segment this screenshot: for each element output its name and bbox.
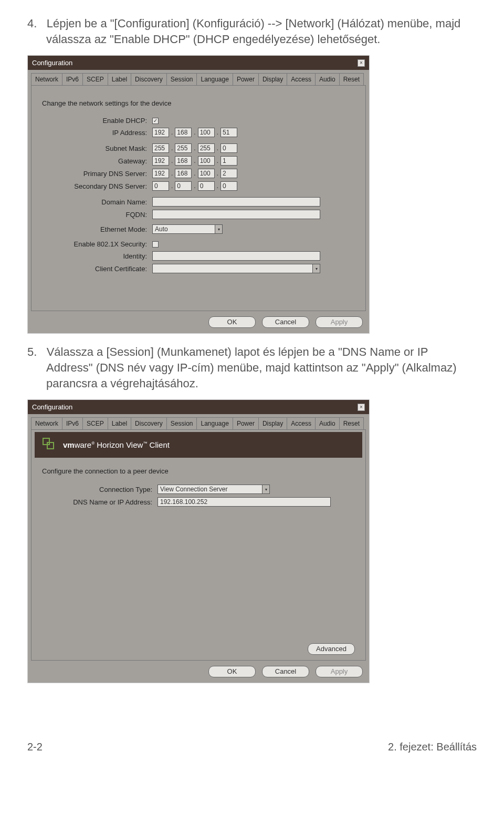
select-connection-type-value: View Connection Server — [158, 485, 262, 494]
primary-dns-octet-1[interactable]: 192 — [152, 169, 169, 178]
label-gateway: Gateway: — [42, 157, 152, 165]
tab-reset[interactable]: Reset — [339, 73, 364, 85]
svg-rect-1 — [47, 442, 54, 449]
tab-display[interactable]: Display — [258, 73, 287, 85]
secondary-dns-octet-2[interactable]: 0 — [175, 181, 192, 191]
vmware-logo-icon — [42, 437, 56, 452]
select-ethernet-mode[interactable]: Auto ▾ — [152, 224, 223, 234]
panel-description: Configure the connection to a peer devic… — [42, 467, 355, 475]
gateway-octet-3[interactable]: 100 — [198, 156, 215, 166]
secondary-dns-octet-4[interactable]: 0 — [220, 181, 237, 191]
ip-octet-1[interactable]: 192 — [152, 128, 169, 137]
panel-description: Change the network settings for the devi… — [42, 99, 355, 107]
label-fqdn: FQDN: — [42, 211, 152, 219]
ip-octet-4[interactable]: 51 — [220, 128, 237, 137]
network-panel: Change the network settings for the devi… — [31, 85, 366, 311]
label-ip-address: IP Address: — [42, 129, 152, 137]
tab-language[interactable]: Language — [196, 417, 233, 429]
gateway-octet-2[interactable]: 168 — [175, 156, 192, 166]
dialog-title: Configuration — [32, 59, 72, 67]
cancel-button[interactable]: Cancel — [262, 666, 309, 677]
tab-network[interactable]: Network — [31, 417, 62, 429]
subnet-octet-3[interactable]: 255 — [198, 143, 215, 153]
apply-button[interactable]: Apply — [316, 316, 363, 328]
checkbox-enable-8021x[interactable] — [152, 241, 159, 248]
checkbox-enable-dhcp[interactable]: ✓ — [152, 118, 159, 124]
brand-bar: vmware® Horizon View™ Client — [35, 432, 362, 458]
label-enable-8021x: Enable 802.1X Security: — [42, 240, 152, 248]
chevron-down-icon: ▾ — [313, 264, 320, 273]
primary-dns-octet-3[interactable]: 100 — [198, 169, 215, 178]
tab-ipv6[interactable]: IPv6 — [62, 417, 83, 429]
tab-reset[interactable]: Reset — [339, 417, 364, 429]
secondary-dns-octet-1[interactable]: 0 — [152, 181, 169, 191]
page-footer: 2-2 2. fejezet: Beállítás — [27, 741, 477, 753]
label-dns-or-ip: DNS Name or IP Address: — [42, 498, 158, 506]
dialog-buttons: OK Cancel Apply — [31, 661, 366, 677]
primary-dns-octet-4[interactable]: 2 — [220, 169, 237, 178]
ok-button[interactable]: OK — [208, 666, 256, 677]
tab-session[interactable]: Session — [166, 417, 197, 429]
secondary-dns-octet-3[interactable]: 0 — [198, 181, 215, 191]
tab-language[interactable]: Language — [196, 73, 233, 85]
label-identity: Identity: — [42, 252, 152, 260]
tab-session[interactable]: Session — [166, 73, 197, 85]
label-domain-name: Domain Name: — [42, 198, 152, 206]
tab-power[interactable]: Power — [233, 417, 259, 429]
ip-octet-3[interactable]: 100 — [198, 128, 215, 137]
tab-network[interactable]: Network — [31, 73, 62, 85]
tab-audio[interactable]: Audio — [315, 417, 340, 429]
input-identity[interactable] — [152, 251, 320, 261]
close-icon[interactable]: × — [358, 404, 365, 411]
tab-ipv6[interactable]: IPv6 — [62, 73, 83, 85]
tab-scep[interactable]: SCEP — [82, 417, 108, 429]
ok-button[interactable]: OK — [208, 316, 256, 328]
tab-label[interactable]: Label — [108, 73, 131, 85]
input-dns-or-ip[interactable]: 192.168.100.252 — [158, 497, 331, 507]
label-enable-dhcp: Enable DHCP: — [42, 117, 152, 125]
session-panel: vmware® Horizon View™ Client Configure t… — [31, 429, 366, 661]
tab-access[interactable]: Access — [287, 73, 316, 85]
dialog-header: Configuration × — [28, 56, 369, 70]
tab-discovery[interactable]: Discovery — [131, 73, 167, 85]
brand-text: vmware® Horizon View™ Client — [63, 440, 170, 449]
apply-button[interactable]: Apply — [316, 666, 363, 677]
chapter-title: 2. fejezet: Beállítás — [388, 741, 477, 753]
input-fqdn[interactable] — [152, 210, 320, 219]
select-client-cert[interactable]: ▾ — [152, 264, 320, 273]
chevron-down-icon: ▾ — [262, 485, 270, 494]
select-ethernet-mode-value: Auto — [152, 224, 215, 234]
label-primary-dns: Primary DNS Server: — [42, 170, 152, 178]
subnet-octet-1[interactable]: 255 — [152, 143, 169, 153]
label-secondary-dns: Secondary DNS Server: — [42, 182, 152, 190]
instruction-step-4: 4. Lépjen be a "[Configuration] (Konfigu… — [27, 16, 477, 47]
tab-power[interactable]: Power — [233, 73, 259, 85]
gateway-octet-1[interactable]: 192 — [152, 156, 169, 166]
subnet-octet-4[interactable]: 0 — [220, 143, 237, 153]
dialog-body: Network IPv6 SCEP Label Discovery Sessio… — [28, 70, 369, 333]
select-connection-type[interactable]: View Connection Server ▾ — [158, 485, 270, 494]
tab-scep[interactable]: SCEP — [82, 73, 108, 85]
ip-octet-2[interactable]: 168 — [175, 128, 192, 137]
cancel-button[interactable]: Cancel — [262, 316, 309, 328]
dialog-title: Configuration — [32, 403, 72, 411]
dialog-buttons: OK Cancel Apply — [31, 311, 366, 328]
gateway-octet-4[interactable]: 1 — [220, 156, 237, 166]
advanced-button[interactable]: Advanced — [308, 643, 355, 655]
chevron-down-icon: ▾ — [215, 224, 223, 234]
tab-audio[interactable]: Audio — [315, 73, 340, 85]
label-connection-type: Connection Type: — [42, 486, 158, 493]
select-client-cert-value — [152, 264, 313, 273]
tab-display[interactable]: Display — [258, 417, 287, 429]
primary-dns-octet-2[interactable]: 168 — [175, 169, 192, 178]
tab-bar: Network IPv6 SCEP Label Discovery Sessio… — [31, 417, 366, 429]
close-icon[interactable]: × — [358, 59, 365, 67]
tab-discovery[interactable]: Discovery — [131, 417, 167, 429]
subnet-octet-2[interactable]: 255 — [175, 143, 192, 153]
tab-access[interactable]: Access — [287, 417, 316, 429]
input-domain-name[interactable] — [152, 197, 320, 207]
tab-bar: Network IPv6 SCEP Label Discovery Sessio… — [31, 73, 366, 85]
dialog-header: Configuration × — [28, 400, 369, 414]
tab-label[interactable]: Label — [108, 417, 131, 429]
label-subnet-mask: Subnet Mask: — [42, 145, 152, 152]
